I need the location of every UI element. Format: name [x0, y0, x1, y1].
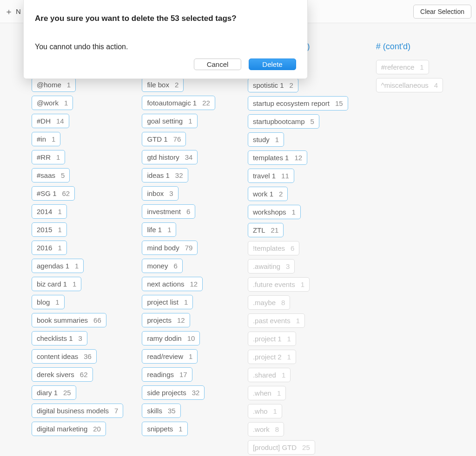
tag-pill[interactable]: gtd history34	[142, 150, 198, 164]
tag-name: diary 1	[37, 389, 58, 397]
tag-pill[interactable]: side projects32	[142, 385, 205, 400]
tag-name: work 1	[253, 190, 273, 198]
tag-name: money	[147, 262, 168, 270]
tag-pill[interactable]: next actions12	[142, 277, 203, 291]
tag-name: investment	[147, 208, 181, 215]
tag-count: 1	[292, 208, 296, 216]
tag-pill[interactable]: ramy dodin10	[142, 331, 200, 345]
tag-count: 1	[167, 226, 171, 234]
tag-count: 36	[84, 352, 92, 360]
tag-count: 6	[186, 208, 190, 215]
tag-pill[interactable]: GTD 176	[142, 132, 186, 146]
tag-pill[interactable]: fotoautomagic 122	[142, 96, 215, 110]
tag-pill[interactable]: snippets1	[142, 422, 187, 436]
tag-count: 5	[311, 117, 314, 125]
tag-name: 2016	[37, 244, 52, 252]
tag-pill[interactable]: 20141	[32, 204, 67, 219]
tag-count: 1	[296, 317, 300, 325]
tag-count: 32	[192, 389, 200, 397]
tag-pill[interactable]: travel 111	[248, 169, 294, 183]
cancel-button[interactable]: Cancel	[194, 59, 241, 70]
tag-pill[interactable]: #SG 162	[32, 186, 75, 201]
tag-pill[interactable]: goal setting1	[142, 114, 197, 128]
tag-pill[interactable]: 20161	[32, 241, 67, 255]
tag-name: #reference	[381, 63, 415, 71]
tag-pill[interactable]: templates 112	[248, 150, 307, 165]
tag-pill[interactable]: life 11	[142, 222, 176, 237]
tag-pill[interactable]: file box2	[142, 78, 184, 92]
new-tag-button[interactable]: ＋ N	[5, 6, 21, 17]
tag-count: 20	[93, 425, 101, 433]
tag-pill[interactable]: .maybe8	[248, 295, 291, 310]
tag-pill[interactable]: 20151	[32, 222, 67, 237]
tag-count: 76	[173, 135, 181, 143]
tag-pill[interactable]: .who1	[248, 404, 282, 418]
tag-pill[interactable]: book summaries66	[32, 313, 106, 327]
tag-pill[interactable]: mind body79	[142, 241, 198, 255]
tag-pill[interactable]: workshops1	[248, 205, 301, 219]
tag-name: .project 2	[253, 353, 282, 361]
tag-pill[interactable]: spotistic 12	[248, 78, 298, 92]
tag-pill[interactable]: ZTL21	[248, 223, 284, 237]
tag-name: startupbootcamp	[253, 117, 305, 125]
tag-name: .future events	[253, 280, 295, 288]
tag-pill[interactable]: #reference1	[376, 60, 429, 74]
tag-pill[interactable]: .project 11	[248, 332, 296, 346]
tag-count: 12	[190, 280, 198, 288]
tag-count: 7	[114, 407, 118, 415]
tag-pill[interactable]: .project 21	[248, 350, 296, 364]
tag-pill[interactable]: .awaiting3	[248, 259, 295, 274]
tag-pill[interactable]: !templates6	[248, 241, 300, 255]
tag-name: ideas 1	[147, 171, 169, 179]
tag-pill[interactable]: read/review1	[142, 349, 198, 364]
tag-name: skills	[147, 407, 162, 415]
tag-pill[interactable]: skills35	[142, 404, 180, 418]
tag-pill[interactable]: [product] GTD25	[248, 440, 315, 455]
tag-pill[interactable]: projects12	[142, 313, 190, 327]
tag-pill[interactable]: checklists 13	[32, 331, 87, 345]
tag-pill[interactable]: project list1	[142, 295, 193, 309]
tag-count: 25	[63, 389, 71, 397]
tag-pill[interactable]: .shared1	[248, 368, 291, 382]
tag-pill[interactable]: biz card 11	[32, 277, 81, 291]
tag-pill[interactable]: money6	[142, 259, 182, 273]
tag-name: .shared	[253, 371, 276, 379]
tag-pill[interactable]: agendas 11	[32, 259, 84, 273]
tag-name: project list	[147, 298, 178, 306]
tag-name: @home	[37, 81, 61, 89]
tag-count: 1	[52, 135, 55, 143]
tag-pill[interactable]: .past events1	[248, 313, 305, 328]
tag-pill[interactable]: work 12	[248, 187, 288, 201]
tag-pill[interactable]: .when1	[248, 386, 286, 400]
tag-pill[interactable]: content ideas36	[32, 349, 97, 364]
tag-count: 66	[93, 316, 101, 324]
tag-pill[interactable]: startup ecosystem report15	[248, 96, 348, 111]
tag-count: 1	[189, 352, 192, 360]
tag-pill[interactable]: study1	[248, 132, 284, 147]
clear-selection-button[interactable]: Clear Selection	[413, 5, 471, 19]
tag-pill[interactable]: digital business models7	[32, 404, 123, 418]
tag-pill[interactable]: @home1	[32, 78, 76, 92]
delete-button[interactable]: Delete	[249, 59, 296, 70]
tag-pill[interactable]: digital marketing20	[32, 422, 106, 436]
tag-name: 2015	[37, 226, 52, 234]
tag-pill[interactable]: .future events1	[248, 277, 310, 292]
tag-pill[interactable]: #in1	[32, 132, 60, 146]
tag-pill[interactable]: inbox3	[142, 186, 178, 201]
tag-pill[interactable]: startupbootcamp5	[248, 114, 319, 129]
tag-pill[interactable]: blog1	[32, 295, 65, 309]
tag-pill[interactable]: @work1	[32, 96, 73, 110]
tag-pill[interactable]: #saas5	[32, 168, 70, 182]
tag-pill[interactable]: ^miscellaneous4	[376, 78, 443, 92]
tag-pill[interactable]: diary 125	[32, 385, 76, 400]
tag-name: ZTL	[253, 226, 265, 234]
tag-pill[interactable]: investment6	[142, 204, 195, 219]
tag-count: 1	[301, 280, 304, 288]
tag-name: gtd history	[147, 153, 179, 161]
tag-pill[interactable]: .work8	[248, 422, 284, 436]
tag-pill[interactable]: #RR1	[32, 150, 65, 164]
tag-pill[interactable]: readings17	[142, 367, 192, 382]
tag-pill[interactable]: ideas 132	[142, 168, 188, 182]
tag-pill[interactable]: derek sivers62	[32, 367, 93, 382]
tag-pill[interactable]: #DH14	[32, 114, 69, 128]
